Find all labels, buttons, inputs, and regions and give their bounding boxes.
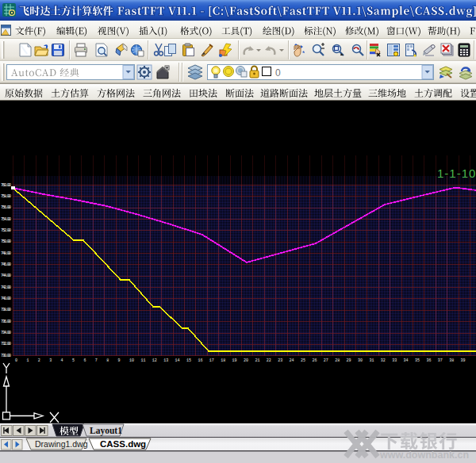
svg-text:www.downbank.cn: www.downbank.cn [379, 450, 469, 461]
